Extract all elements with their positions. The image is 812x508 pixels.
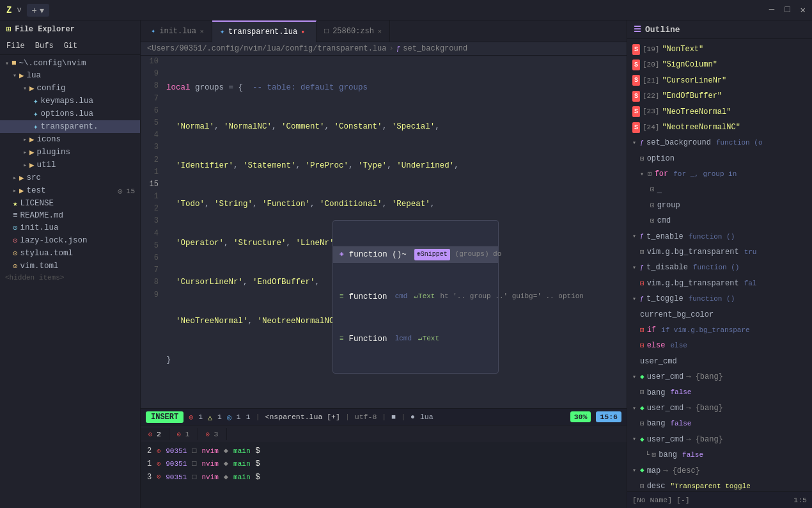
term-prompt: $ [256,471,260,484]
tree-label-init: init.lua [20,223,59,232]
line-num: 9 [143,289,159,301]
dot-icon: ⊙ [148,431,152,438]
code-line: local groups = { -- table: default group… [166,81,624,95]
tree-label-lazy-lock: lazy-lock.json [20,236,88,245]
outline-item-21[interactable]: S [21] "CursorLineNr" [627,73,812,88]
outline-item-bg-fal[interactable]: ⊡ vim.g.bg_transparent fal [627,276,812,291]
tab-label-zsh: 25860:zsh [332,27,374,36]
tree-item-plugins[interactable]: ▸ ▶ plugins [0,146,140,159]
outline-item-for[interactable]: ▾ ⊡ for for _, group in [627,166,812,182]
terminal-tab-2[interactable]: ⊙ 2 [141,428,169,440]
outline-item-group[interactable]: ⊡ group [627,198,812,213]
tab-close-init[interactable]: ✕ [200,28,204,35]
tree-item-license[interactable]: ★ LICENSE [0,197,140,210]
outline-label: bang [647,386,666,399]
outline-item-20[interactable]: S [20] "SignColumn" [627,57,812,72]
outline-item-23[interactable]: S [23] "NeoTreeNormal" [627,104,812,120]
outline-item-t-enable[interactable]: ▾ ƒ t_enable function () [627,229,812,244]
outline-item-underscore[interactable]: ⊡ _ [627,182,812,198]
tab-transparent[interactable]: ✦ transparent.lua ● [212,20,316,42]
tree-item-icons[interactable]: ▸ ▶ icons [0,133,140,146]
tree-item-root[interactable]: ▾ ■ ~\.config\nvim [0,58,140,69]
term-prompt: $ [256,445,260,457]
maximize-icon[interactable]: □ [785,4,790,15]
collapse-icon: ▾ [632,434,636,445]
term-pid: 90351 [166,458,187,470]
outline-item-t-toggle[interactable]: ▾ ƒ t_toggle function () [627,291,812,306]
outline-item-user-cmd4[interactable]: ▾ ◆ user_cmd → {bang} [627,432,812,447]
terminal-tab-1[interactable]: ⊙ 1 [169,428,198,440]
folder-icon: □ [192,457,196,470]
outline-item-bg-tru[interactable]: ⊡ vim.g.bg_transparent tru [627,244,812,260]
collapse-icon: ▾ [632,465,636,476]
outline-num: [23] [643,106,659,118]
outline-item-option[interactable]: ⊡ option [627,151,812,166]
new-tab-button[interactable]: + ▾ [27,4,49,17]
tab-close-zsh[interactable]: ✕ [378,28,382,35]
outline-item-22[interactable]: S [22] "EndOfBuffer" [627,88,812,104]
tree-item-lazy-lock[interactable]: ⊙ lazy-lock.json [0,234,140,247]
ac-item-0[interactable]: ◈ function ()~ ⊕Snippet (groups) do [333,246,498,263]
outline-label: vim.g.bg_transparent [647,246,739,258]
outline-icon: ☰ [634,24,641,35]
ac-item-2[interactable]: ≡ Function lcmd ↵Text [333,331,498,347]
outline-item-t-disable[interactable]: ▾ ƒ t_disable function () [627,260,812,275]
tab-zsh[interactable]: □ 25860:zsh ✕ [316,20,390,42]
outline-status-left: [No Name] [-] [632,496,690,504]
var-icon: ⊡ [640,418,644,430]
tab-init[interactable]: ✦ init.lua ✕ [143,20,212,42]
sidebar-nav-bufs[interactable]: Bufs [35,42,54,51]
tree-item-lua[interactable]: ▾ ▶ lua [0,69,140,82]
sidebar-title-text: File Explorer [15,25,75,34]
outline-item-else[interactable]: ⊡ else else [627,338,812,353]
tree-item-transparent[interactable]: ✦ transparent. [0,120,140,133]
minimize-icon[interactable]: ─ [769,4,774,15]
tree-item-init[interactable]: ⊙ init.lua [0,221,140,234]
tree-item-util[interactable]: ▸ ▶ util [0,159,140,171]
outline-item-map[interactable]: ▾ ◆ map → {desc} [627,463,812,479]
outline-item-bang1[interactable]: ⊡ bang false [627,385,812,401]
terminal-tab-3[interactable]: ⊙ 3 [198,428,227,440]
ac-item-1[interactable]: ≡ function cmd ↵Text ht '.. group ..' gu… [333,289,498,305]
file-tree: ▾ ■ ~\.config\nvim ▾ ▶ lua ▾ ▶ config ✦ … [0,55,140,508]
outline-item-bang3[interactable]: └ ⊡ bang false [627,447,812,463]
sidebar: ⊞ File Explorer File Bufs Git ▾ ■ ~\.con… [0,20,141,508]
outline-kw: for [655,168,669,180]
outline-item-24[interactable]: S [24] "NeotreeNormalNC" [627,120,812,135]
tree-item-keymaps[interactable]: ✦ keymaps.lua [0,95,140,107]
sidebar-nav-file[interactable]: File [6,42,25,51]
tree-label-stylua: stylua.toml [20,249,74,258]
line-num: 3 [143,141,159,154]
outline-label: user_cmd [647,433,684,446]
close-icon[interactable]: ✕ [800,4,806,15]
term-pid: 90351 [166,472,187,484]
outline-item-user-cmd1[interactable]: user_cmd [627,354,812,369]
outline-item-user-cmd3[interactable]: ▾ ◆ user_cmd → {bang} [627,401,812,416]
tree-item-vim-toml[interactable]: ⊙ vim.toml [0,260,140,273]
status-icon1: ■ [391,413,396,421]
test-count: ◎ 15 [118,187,135,195]
tree-item-test[interactable]: ▸ ▶ test ◎ 15 [0,184,140,197]
json-file-icon: ⊙ [13,235,18,246]
outline-item-if[interactable]: ⊡ if if vim.g.bg_transpare [627,322,812,338]
outline-item-desc[interactable]: ⊡ desc "Transparent toggle [627,479,812,491]
tree-label-src: src [27,173,42,182]
outline-item-user-cmd2[interactable]: ▾ ◆ user_cmd → {bang} [627,369,812,385]
outline-item-set-bg[interactable]: ▾ ƒ set_background function (o [627,135,812,150]
license-icon: ★ [13,198,18,209]
tree-item-config[interactable]: ▾ ▶ config [0,82,140,95]
tree-item-stylua[interactable]: ⊙ stylua.toml [0,247,140,260]
term-pid: 90351 [166,445,187,457]
outline-item-curr-color[interactable]: current_bg_color [627,307,812,322]
tree-item-options[interactable]: ✦ options.lua [0,107,140,120]
outline-item-bang2[interactable]: ⊡ bang false [627,416,812,431]
status-right: 30% 15:6 [570,411,621,422]
sidebar-nav-git[interactable]: Git [64,42,78,51]
terminal-tabs: ⊙ 2 ⊙ 1 ⊙ 3 [141,425,627,442]
code-content[interactable]: local groups = { -- table: default group… [164,56,627,408]
tab-label-transparent: transparent.lua [228,28,297,36]
tree-item-src[interactable]: ▸ ▶ src [0,171,140,184]
outline-item-19[interactable]: S [19] "NonText" [627,42,812,57]
tree-item-readme[interactable]: ≡ README.md [0,210,140,221]
outline-item-cmd[interactable]: ⊡ cmd [627,213,812,228]
